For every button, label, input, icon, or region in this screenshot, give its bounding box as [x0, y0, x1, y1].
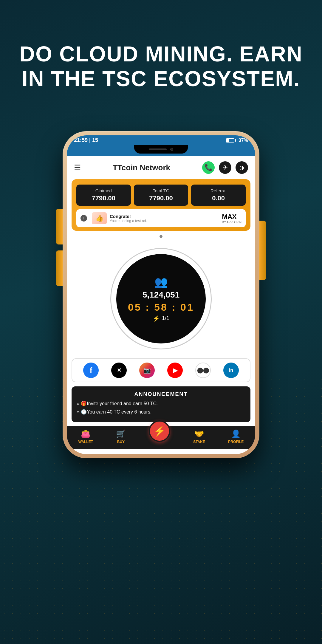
medium-button[interactable]: ⬤⬤	[195, 363, 211, 378]
stats-row: Claimed 7790.00 Total TC 7790.00 Referra…	[76, 185, 246, 206]
twitter-button[interactable]: ✕	[111, 363, 127, 378]
youtube-button[interactable]: ▶	[167, 363, 183, 378]
ad-id: i	[80, 215, 87, 222]
extra-icon[interactable]: ◑	[236, 161, 248, 174]
mining-circle-outer: 👥 5,124,051 05 : 58 : 01 ⚡ 1/1	[110, 248, 212, 349]
facebook-button[interactable]: f	[83, 363, 99, 378]
hamburger-icon[interactable]: ☰	[74, 163, 81, 172]
boost-icon: ⚡	[153, 315, 160, 322]
side-button-left1	[56, 209, 63, 244]
buy-icon: 🛒	[116, 429, 126, 439]
ad-thumb: 👍	[92, 212, 107, 224]
announcement-card: ANNOUNCEMENT » 🎁Invite your friend and e…	[72, 386, 250, 422]
profile-icon: 👤	[231, 429, 241, 439]
notch-camera	[170, 148, 173, 151]
hero-section: DO CLOUD MINING. EARN IN THE TSC ECOSYST…	[18, 42, 304, 91]
hero-line2: IN THE TSC ECOSYSTEM.	[18, 66, 304, 91]
lightning-center-button[interactable]: ⚡	[149, 420, 170, 442]
ad-congrats: Congrats!	[110, 214, 147, 219]
notch-speaker	[149, 148, 167, 150]
phone-screen: 21:59 | 15 37%	[67, 135, 255, 454]
ad-banner[interactable]: i 👍 Congrats! You're seeing a test ad. M…	[76, 209, 246, 227]
announcement-title: ANNOUNCEMENT	[77, 391, 245, 397]
claimed-label: Claimed	[79, 188, 129, 193]
instagram-button[interactable]: 📷	[139, 363, 155, 378]
notch-area	[67, 145, 255, 156]
side-button-right	[259, 221, 266, 280]
battery-icon	[226, 138, 236, 143]
ad-text: Congrats! You're seeing a test ad.	[110, 214, 147, 223]
status-time: 21:59 | 15	[74, 137, 98, 143]
app-title: TTcoin Network	[113, 163, 170, 172]
nav-profile[interactable]: 👤 PROFILE	[228, 429, 244, 444]
linkedin-button[interactable]: in	[223, 363, 239, 378]
social-bar: f ✕ 📷 ▶ ⬤⬤ in	[72, 358, 250, 382]
profile-label: PROFILE	[228, 440, 244, 444]
buy-label: BUY	[117, 440, 125, 444]
ad-logo-sub: BY APPLOVIN	[222, 221, 242, 224]
mining-boost: ⚡ 1/1	[153, 315, 169, 322]
phone-mockup: 21:59 | 15 37%	[63, 131, 259, 458]
announcement-item-2: » 🕐You earn 40 TC every 6 hours.	[77, 409, 245, 415]
side-button-left2	[56, 250, 63, 286]
referral-label: Referral	[193, 188, 243, 193]
whatsapp-icon[interactable]: 📞	[202, 161, 215, 174]
mining-circle-inner: 👥 5,124,051 05 : 58 : 01 ⚡ 1/1	[116, 254, 206, 343]
ad-logo: MAX	[222, 213, 242, 221]
app-header: ☰ TTcoin Network 📞 ✈ ◑	[67, 156, 255, 179]
wallet-label: WALLET	[78, 440, 93, 444]
mining-section[interactable]: 👥 5,124,051 05 : 58 : 01 ⚡ 1/1	[67, 242, 255, 358]
app-content: ☰ TTcoin Network 📞 ✈ ◑ Claimed 7790.00	[67, 156, 255, 454]
carousel-dot	[160, 235, 162, 238]
nav-stake[interactable]: 🤝 STAKE	[193, 429, 205, 444]
ad-left: i 👍 Congrats! You're seeing a test ad.	[80, 212, 147, 224]
stake-icon: 🤝	[194, 429, 204, 439]
stat-referral: Referral 0.00	[191, 185, 246, 206]
users-count: 5,124,051	[143, 290, 180, 300]
hero-line1: DO CLOUD MINING. EARN	[18, 42, 304, 66]
wallet-icon: 👛	[81, 429, 90, 439]
phone-outer: 21:59 | 15 37%	[63, 131, 259, 458]
claimed-value: 7790.00	[79, 194, 129, 202]
announcement-item-1: » 🎁Invite your friend and earn 50 TC.	[77, 400, 245, 407]
stake-label: STAKE	[193, 440, 205, 444]
notch	[134, 145, 188, 154]
carousel-indicator	[67, 234, 255, 239]
header-icons: 📞 ✈ ◑	[202, 161, 248, 174]
referral-value: 0.00	[193, 194, 243, 202]
bottom-nav: 👛 WALLET 🛒 BUY ⚡ 🤝 STAKE	[67, 426, 255, 449]
total-label: Total TC	[136, 188, 186, 193]
nav-buy[interactable]: 🛒 BUY	[116, 429, 126, 444]
nav-center[interactable]: ⚡	[149, 420, 170, 442]
nav-wallet[interactable]: 👛 WALLET	[78, 429, 93, 444]
boost-value: 1/1	[162, 315, 169, 321]
stat-claimed: Claimed 7790.00	[76, 185, 131, 206]
status-right: 37%	[226, 138, 248, 143]
stats-card: Claimed 7790.00 Total TC 7790.00 Referra…	[72, 179, 250, 231]
battery-percent: 37%	[239, 138, 248, 143]
stat-total: Total TC 7790.00	[134, 185, 188, 206]
total-value: 7790.00	[136, 194, 186, 202]
ad-logo-block: MAX BY APPLOVIN	[222, 213, 242, 224]
users-icon: 👥	[154, 276, 168, 288]
ad-subtext: You're seeing a test ad.	[110, 219, 147, 223]
telegram-icon[interactable]: ✈	[219, 161, 231, 174]
mining-timer: 05 : 58 : 01	[128, 301, 194, 313]
status-bar: 21:59 | 15 37%	[67, 135, 255, 145]
